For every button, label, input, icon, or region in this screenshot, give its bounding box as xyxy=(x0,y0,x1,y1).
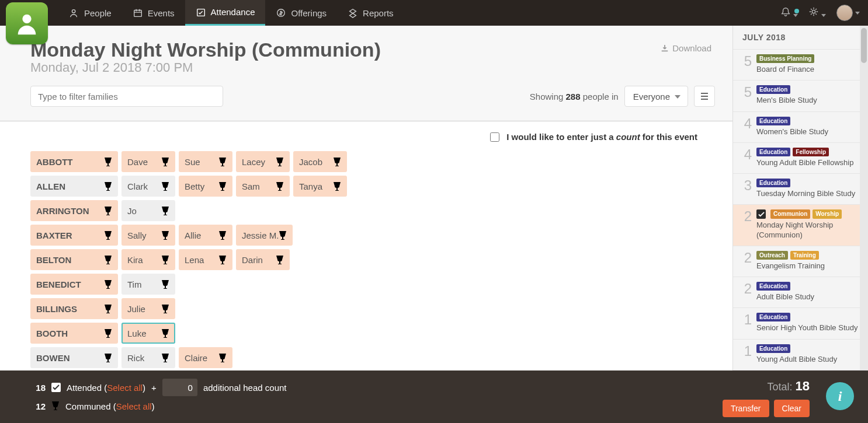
nav-people[interactable]: People xyxy=(58,0,122,26)
communion-cup-icon[interactable] xyxy=(161,328,169,338)
family-cell[interactable]: BAXTER xyxy=(30,225,118,246)
communion-cup-icon[interactable] xyxy=(104,206,112,215)
event-title: Women's Bible Study xyxy=(756,127,862,137)
notifications-icon[interactable] xyxy=(780,6,798,19)
communion-cup-icon[interactable] xyxy=(161,304,169,313)
communion-cup-icon[interactable] xyxy=(161,181,169,191)
person-cell[interactable]: Luke xyxy=(121,323,175,344)
communion-cup-icon[interactable] xyxy=(218,255,227,264)
person-cell[interactable]: Tanya xyxy=(293,176,347,197)
count-only-checkbox[interactable] xyxy=(490,132,499,142)
communion-cup-icon[interactable] xyxy=(276,255,284,264)
sidebar-event-item[interactable]: 1EducationYoung Adult Bible Study xyxy=(733,339,868,370)
showing-text: Showing 288 people in xyxy=(530,92,619,102)
info-button[interactable]: i xyxy=(826,382,854,410)
communion-cup-icon[interactable] xyxy=(161,230,169,240)
family-cell[interactable]: ABBOTT xyxy=(30,151,118,172)
sidebar-event-item[interactable]: 1EducationSenior High Youth Bible Study xyxy=(733,307,868,338)
download-link[interactable]: Download xyxy=(661,43,715,53)
app-logo[interactable] xyxy=(6,2,48,44)
transfer-button[interactable]: Transfer xyxy=(723,400,769,417)
communion-cup-icon[interactable] xyxy=(161,279,169,289)
communion-cup-icon[interactable] xyxy=(276,157,284,166)
nav-attendance[interactable]: Attendance xyxy=(185,0,266,26)
event-title: Men's Bible Study xyxy=(756,96,862,105)
attended-label: Attended xyxy=(67,383,102,393)
filter-families-input[interactable] xyxy=(30,86,223,107)
person-cell[interactable]: Lena xyxy=(179,249,232,270)
communion-cup-icon[interactable] xyxy=(218,230,227,240)
person-cell[interactable]: Rick xyxy=(121,347,175,368)
communion-cup-icon[interactable] xyxy=(104,230,112,240)
person-cell[interactable]: Jessie M. xyxy=(236,225,293,246)
sidebar-event-item[interactable]: 5Business PlanningBoard of Finance xyxy=(733,49,868,80)
person-cell[interactable]: Sally xyxy=(121,225,175,246)
sidebar-event-item[interactable]: 2EducationAdult Bible Study xyxy=(733,277,868,307)
user-avatar[interactable] xyxy=(836,5,860,21)
person-cell[interactable]: Claire xyxy=(179,347,232,368)
nav-events[interactable]: Events xyxy=(122,0,185,26)
communion-cup-icon[interactable] xyxy=(104,181,112,191)
sidebar-event-item[interactable]: 2OutreachTrainingEvangelism Training xyxy=(733,246,868,277)
person-cell[interactable]: Jacob xyxy=(293,151,347,172)
sidebar-event-item[interactable]: 2CommunionWorshipMonday Night Worship (C… xyxy=(733,204,868,246)
person-cell[interactable]: Lacey xyxy=(236,151,290,172)
family-list: ABBOTTDaveSueLaceyJacobALLENClarkBettySa… xyxy=(0,145,732,383)
family-cell[interactable]: BELTON xyxy=(30,249,118,270)
person-cell[interactable]: Julie xyxy=(121,298,175,319)
family-cell[interactable]: BOWEN xyxy=(30,347,118,368)
person-cell[interactable]: Allie xyxy=(179,225,232,246)
communion-cup-icon[interactable] xyxy=(104,157,112,166)
communion-cup-icon[interactable] xyxy=(218,157,227,166)
person-cell[interactable]: Clark xyxy=(121,176,175,197)
page-title: Monday Night Worship (Communion) xyxy=(30,39,381,61)
family-cell[interactable]: ARRINGTON xyxy=(30,200,118,221)
person-cell[interactable]: Sue xyxy=(179,151,232,172)
checkmark-icon xyxy=(756,209,766,219)
communion-cup-icon[interactable] xyxy=(161,353,169,362)
gear-icon[interactable] xyxy=(808,6,826,19)
nav-offerings[interactable]: Offerings xyxy=(265,0,337,26)
communion-cup-icon[interactable] xyxy=(279,230,287,240)
communion-cup-icon[interactable] xyxy=(218,353,227,362)
person-cell[interactable]: Sam xyxy=(236,176,290,197)
communion-cup-icon[interactable] xyxy=(276,181,284,191)
sidebar-event-item[interactable]: 4EducationFellowshipYoung Adult Bible Fe… xyxy=(733,142,868,173)
family-cell[interactable]: BENEDICT xyxy=(30,274,118,295)
list-options-button[interactable] xyxy=(694,86,715,107)
communion-cup-icon[interactable] xyxy=(218,181,227,191)
event-title: Board of Finance xyxy=(756,65,862,74)
person-cell[interactable]: Tim xyxy=(121,274,175,295)
person-cell[interactable]: Darin xyxy=(236,249,290,270)
clear-button[interactable]: Clear xyxy=(774,400,810,417)
svg-rect-1 xyxy=(134,11,141,17)
communion-cup-icon[interactable] xyxy=(161,157,169,166)
communion-cup-icon[interactable] xyxy=(104,353,112,362)
communion-cup-icon[interactable] xyxy=(104,255,112,264)
scrollbar[interactable] xyxy=(860,26,868,423)
head-count-input[interactable] xyxy=(162,379,197,396)
person-cell[interactable]: Dave xyxy=(121,151,175,172)
communion-cup-icon[interactable] xyxy=(161,206,169,215)
person-cell[interactable]: Jo xyxy=(121,200,175,221)
communion-cup-icon[interactable] xyxy=(333,157,341,166)
communion-cup-icon[interactable] xyxy=(104,279,112,289)
family-cell[interactable]: BOOTH xyxy=(30,323,118,344)
communion-cup-icon[interactable] xyxy=(104,328,112,338)
download-label: Download xyxy=(672,43,711,53)
person-cell[interactable]: Betty xyxy=(179,176,232,197)
sidebar-event-item[interactable]: 5EducationMen's Bible Study xyxy=(733,80,868,111)
sidebar-event-item[interactable]: 3EducationTuesday Morning Bible Study xyxy=(733,173,868,204)
select-all-communed[interactable]: Select all xyxy=(116,401,152,411)
family-cell[interactable]: ALLEN xyxy=(30,176,118,197)
family-cell[interactable]: BILLINGS xyxy=(30,298,118,319)
communion-cup-icon[interactable] xyxy=(104,304,112,313)
select-all-attended[interactable]: Select all xyxy=(107,383,143,393)
person-cell[interactable]: Kira xyxy=(121,249,175,270)
sidebar-event-item[interactable]: 4EducationWomen's Bible Study xyxy=(733,111,868,142)
communion-cup-icon[interactable] xyxy=(161,255,169,264)
communion-cup-icon[interactable] xyxy=(333,181,341,191)
scope-select[interactable]: Everyone xyxy=(624,86,688,107)
nav-reports[interactable]: Reports xyxy=(337,0,404,26)
event-day: 3 xyxy=(739,179,752,198)
